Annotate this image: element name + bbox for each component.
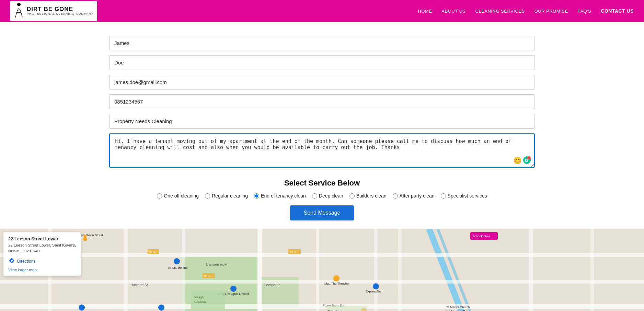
logo[interactable]: DIRT BE GONE PROFESSIONAL CLEANING COMPA… bbox=[10, 1, 97, 21]
nav-cleaning-services[interactable]: CLEANING SERVICES bbox=[475, 9, 525, 14]
svg-text:Schoolhouse: Schoolhouse bbox=[472, 235, 490, 238]
email-input[interactable] bbox=[109, 75, 535, 89]
svg-rect-5 bbox=[0, 229, 644, 311]
service-label-regular: Regular cleaning bbox=[212, 193, 248, 199]
svg-point-37 bbox=[230, 286, 237, 292]
svg-text:Leeson Ln: Leeson Ln bbox=[264, 283, 280, 287]
service-option-specialist[interactable]: Specialist services bbox=[441, 193, 487, 199]
first-name-input[interactable] bbox=[109, 36, 535, 50]
svg-rect-11 bbox=[0, 280, 644, 284]
service-option-one-off[interactable]: One off cleaning bbox=[157, 193, 199, 199]
service-label-deep-clean: Deep clean bbox=[319, 193, 343, 199]
svg-text:Matt The Thresher: Matt The Thresher bbox=[324, 282, 350, 285]
logo-main-text: DIRT BE GONE bbox=[27, 6, 94, 13]
send-message-button[interactable]: Send Message bbox=[290, 205, 354, 220]
radio-after-party[interactable] bbox=[393, 193, 398, 199]
view-larger-map-link[interactable]: View larger map bbox=[8, 268, 76, 272]
svg-rect-12 bbox=[0, 304, 644, 309]
svg-text:ExpressTech: ExpressTech bbox=[366, 290, 383, 293]
svg-point-47 bbox=[333, 275, 340, 282]
radio-regular[interactable] bbox=[205, 193, 210, 199]
service-label-specialist: Specialist services bbox=[448, 193, 487, 199]
radio-builders[interactable] bbox=[349, 193, 355, 199]
service-option-builders[interactable]: Builders clean bbox=[349, 193, 387, 199]
service-option-after-party[interactable]: After party clean bbox=[393, 193, 435, 199]
svg-text:St Mary's Church: St Mary's Church bbox=[446, 306, 470, 309]
map-info-box: 22 Leeson Street Lower 22 Leeson Street … bbox=[3, 232, 81, 276]
service-label-after-party: After party clean bbox=[400, 193, 435, 199]
svg-rect-16 bbox=[182, 229, 185, 311]
svg-text:R114: R114 bbox=[149, 251, 156, 254]
nav-faqs[interactable]: FAQ'S bbox=[578, 9, 591, 14]
svg-rect-19 bbox=[374, 229, 378, 311]
svg-text:R110: R110 bbox=[290, 251, 297, 254]
directions-icon bbox=[8, 257, 15, 266]
message-textarea[interactable]: Hi, I have a tenant moving out of my apa… bbox=[109, 133, 535, 168]
main-content: Hi, I have a tenant moving out of my apa… bbox=[99, 22, 545, 225]
logo-text-block: DIRT BE GONE PROFESSIONAL CLEANING COMPA… bbox=[27, 6, 94, 16]
service-select-section: Select Service Below One off cleaning Re… bbox=[109, 172, 535, 225]
nav-about[interactable]: ABOUT US bbox=[441, 9, 465, 14]
svg-rect-21 bbox=[529, 229, 533, 311]
grammarly-icon: G 1 bbox=[523, 156, 531, 166]
svg-text:Camden Row: Camden Row bbox=[206, 263, 227, 266]
message-wrapper: Hi, I have a tenant moving out of my apa… bbox=[109, 133, 535, 169]
svg-text:Harcourt St: Harcourt St bbox=[130, 283, 148, 287]
last-name-input[interactable] bbox=[109, 55, 535, 70]
logo-sub-text: PROFESSIONAL CLEANING COMPANY bbox=[27, 12, 94, 16]
svg-text:Gardens: Gardens bbox=[194, 300, 206, 303]
svg-text:KPMG Ireland: KPMG Ireland bbox=[168, 266, 188, 270]
svg-rect-22 bbox=[590, 229, 594, 311]
radio-deep-clean[interactable] bbox=[312, 193, 317, 199]
logo-icon bbox=[14, 2, 24, 20]
map-address-line2: Dublin, D02 EK40 bbox=[8, 249, 39, 253]
svg-point-35 bbox=[158, 304, 164, 311]
contact-form: Hi, I have a tenant moving out of my apa… bbox=[109, 29, 535, 172]
service-label-end-of-tenancy: End of tenancy clean bbox=[261, 193, 306, 199]
service-option-regular[interactable]: Regular cleaning bbox=[205, 193, 248, 199]
service-label-one-off: One off cleaning bbox=[164, 193, 199, 199]
svg-text:Haddington Road: Haddington Road bbox=[446, 310, 470, 311]
emoji-icon: 😊 bbox=[513, 156, 522, 166]
svg-text:R110: R110 bbox=[204, 275, 211, 278]
svg-rect-10 bbox=[0, 253, 644, 257]
map-address-title: 22 Leeson Street Lower bbox=[8, 236, 76, 241]
map-section: Harcourt St Camden Row Leeson Ln Fitzwil… bbox=[0, 229, 644, 311]
svg-point-41 bbox=[373, 283, 379, 289]
service-label-builders: Builders clean bbox=[356, 193, 387, 199]
map-directions-row: Directions bbox=[8, 257, 76, 266]
svg-rect-17 bbox=[257, 229, 262, 311]
service-option-deep-clean[interactable]: Deep clean bbox=[312, 193, 343, 199]
map-address-detail: 22 Leeson Street Lower, Saint Kevin's, D… bbox=[8, 242, 76, 254]
nav-contact-us[interactable]: CONTACT US bbox=[601, 8, 634, 14]
radio-specialist[interactable] bbox=[441, 193, 446, 199]
service-options-row: One off cleaning Regular cleaning End of… bbox=[109, 193, 535, 199]
subject-input[interactable] bbox=[109, 114, 535, 129]
map-address-line1: 22 Leeson Street Lower, Saint Kevin's, bbox=[8, 243, 76, 247]
service-section-title: Select Service Below bbox=[109, 179, 535, 188]
textarea-icon-row: 😊 G 1 bbox=[513, 156, 531, 166]
svg-text:1: 1 bbox=[528, 157, 530, 160]
svg-rect-15 bbox=[124, 229, 128, 311]
phone-input[interactable] bbox=[109, 94, 535, 109]
svg-rect-18 bbox=[316, 229, 319, 311]
directions-link[interactable]: Directions bbox=[17, 259, 35, 264]
map-placeholder: Harcourt St Camden Row Leeson Ln Fitzwil… bbox=[0, 229, 644, 311]
radio-one-off[interactable] bbox=[157, 193, 162, 199]
radio-end-of-tenancy[interactable] bbox=[254, 193, 259, 199]
svg-text:Iveagh: Iveagh bbox=[194, 296, 204, 299]
nav-our-promise[interactable]: OUR PROMISE bbox=[534, 9, 568, 14]
site-header: DIRT BE GONE PROFESSIONAL CLEANING COMPA… bbox=[0, 0, 644, 22]
svg-point-33 bbox=[174, 258, 180, 264]
svg-point-0 bbox=[17, 3, 21, 6]
service-option-end-of-tenancy[interactable]: End of tenancy clean bbox=[254, 193, 306, 199]
svg-rect-20 bbox=[398, 229, 402, 311]
svg-point-77 bbox=[79, 304, 85, 311]
svg-text:Fitzwilliam: Fitzwilliam bbox=[328, 310, 342, 311]
main-nav: HOME ABOUT US CLEANING SERVICES OUR PROM… bbox=[418, 8, 634, 14]
nav-home[interactable]: HOME bbox=[418, 9, 432, 14]
